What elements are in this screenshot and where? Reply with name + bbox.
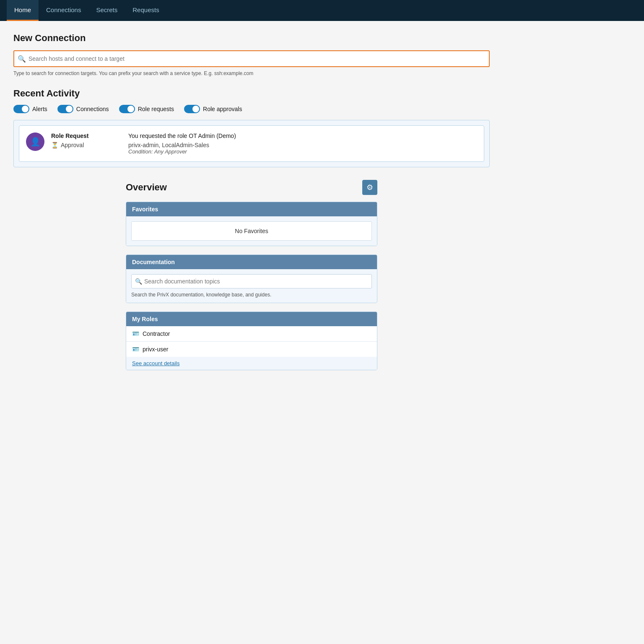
- activity-card-outer: 👤 Role Request You requested the role OT…: [13, 120, 490, 167]
- connection-search-input[interactable]: [13, 50, 490, 67]
- connections-label: Connections: [76, 106, 109, 112]
- favorites-body: No Favorites: [126, 216, 377, 246]
- no-favorites-box: No Favorites: [131, 221, 372, 241]
- privx-user-role-icon: 🪪: [132, 346, 139, 353]
- toggle-row: Alerts Connections Role requests Role ap…: [13, 105, 490, 113]
- nav-home[interactable]: Home: [7, 0, 39, 21]
- doc-search-input[interactable]: [131, 274, 372, 288]
- toggle-role-requests: Role requests: [119, 105, 174, 113]
- my-roles-header: My Roles: [126, 312, 377, 326]
- connection-search-hint: Type to search for connection targets. Y…: [13, 70, 490, 76]
- contractor-role-icon: 🪪: [132, 330, 139, 337]
- role-request-label: Role Request: [51, 132, 118, 139]
- toggle-alerts: Alerts: [13, 105, 47, 113]
- overview-title: Overview: [126, 182, 167, 193]
- role-requests-toggle[interactable]: [119, 105, 135, 113]
- doc-search-icon: 🔍: [135, 278, 142, 285]
- role-request-icon: 👤: [26, 132, 44, 151]
- documentation-panel: Documentation 🔍 Search the PrivX documen…: [126, 254, 377, 303]
- doc-search-container: 🔍: [131, 274, 372, 288]
- list-item: 🪪 Contractor: [126, 326, 377, 342]
- activity-details: Role Request You requested the role OT A…: [51, 132, 477, 155]
- role-request-description: You requested the role OT Admin (Demo): [128, 132, 477, 139]
- approval-label: ⏳ Approval: [51, 142, 118, 148]
- nav-requests[interactable]: Requests: [125, 0, 166, 21]
- role-approvals-label: Role approvals: [203, 106, 242, 112]
- overview-wrapper: Overview ⚙ Favorites No Favorites Docume…: [126, 180, 377, 370]
- navbar: Home Connections Secrets Requests: [0, 0, 644, 21]
- toggle-role-approvals: Role approvals: [184, 105, 242, 113]
- hourglass-icon: ⏳: [51, 142, 58, 148]
- doc-hint: Search the PrivX documentation, knowledg…: [131, 292, 372, 298]
- nav-secrets[interactable]: Secrets: [88, 0, 125, 21]
- approval-detail-block: privx-admin, LocalAdmin-Sales Condition:…: [128, 142, 477, 155]
- search-icon: 🔍: [18, 55, 26, 63]
- favorites-header: Favorites: [126, 202, 377, 216]
- alerts-toggle[interactable]: [13, 105, 29, 113]
- recent-activity-title: Recent Activity: [13, 88, 490, 99]
- connections-toggle[interactable]: [57, 105, 73, 113]
- role-approvals-toggle[interactable]: [184, 105, 200, 113]
- approvers: privx-admin, LocalAdmin-Sales: [128, 142, 477, 148]
- list-item: 🪪 privx-user: [126, 342, 377, 357]
- favorites-panel: Favorites No Favorites: [126, 202, 377, 246]
- toggle-connections: Connections: [57, 105, 109, 113]
- main-content: New Connection 🔍 Type to search for conn…: [0, 21, 503, 390]
- my-roles-body: 🪪 Contractor 🪪 privx-user See account de…: [126, 326, 377, 370]
- see-account-link[interactable]: See account details: [126, 357, 185, 370]
- new-connection-title: New Connection: [13, 33, 490, 44]
- new-connection-search-container: 🔍: [13, 50, 490, 67]
- alerts-label: Alerts: [32, 106, 47, 112]
- overview-header: Overview ⚙: [126, 180, 377, 195]
- my-roles-panel: My Roles 🪪 Contractor 🪪 privx-user See a…: [126, 312, 377, 370]
- overview-gear-button[interactable]: ⚙: [362, 180, 377, 195]
- documentation-body: 🔍 Search the PrivX documentation, knowle…: [126, 269, 377, 303]
- nav-connections[interactable]: Connections: [39, 0, 88, 21]
- approval-text: Approval: [61, 142, 84, 148]
- condition: Condition: Any Approver: [128, 148, 477, 155]
- activity-card: 👤 Role Request You requested the role OT…: [19, 125, 484, 162]
- role-requests-label: Role requests: [138, 106, 174, 112]
- role-list: 🪪 Contractor 🪪 privx-user: [126, 326, 377, 357]
- privx-user-role-name: privx-user: [143, 346, 168, 353]
- documentation-header: Documentation: [126, 255, 377, 269]
- contractor-role-name: Contractor: [143, 330, 170, 337]
